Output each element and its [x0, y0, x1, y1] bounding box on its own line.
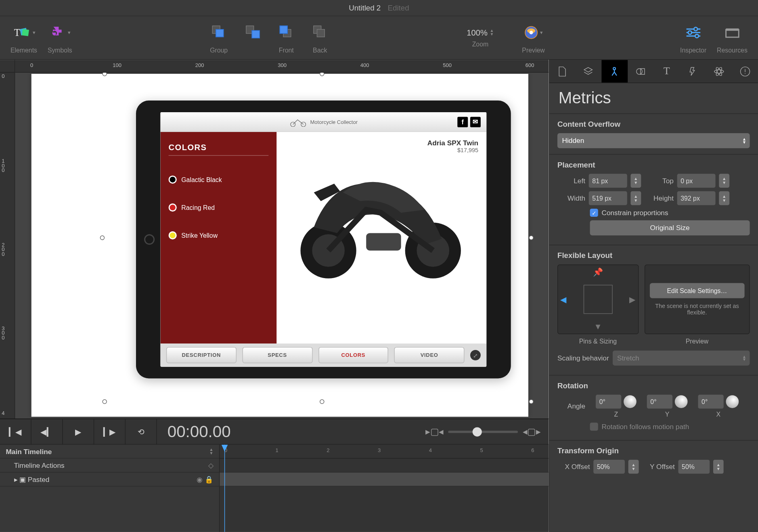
playhead[interactable] — [224, 445, 225, 532]
mail-icon[interactable]: ✉ — [470, 117, 481, 127]
svg-rect-21 — [366, 233, 401, 250]
symbols-tool[interactable]: ▾ Symbols — [48, 22, 72, 54]
zoom-stepper-icon[interactable]: ▲▼ — [490, 29, 494, 36]
pin-top-icon[interactable]: 📌 — [593, 267, 603, 276]
typography-tab[interactable]: T — [653, 60, 680, 82]
timeline-ruler[interactable]: 0 1 2 3 4 5 6 — [220, 445, 549, 459]
go-to-start-button[interactable]: ▎◀ — [0, 419, 31, 444]
selection-handle[interactable] — [100, 235, 105, 240]
rotation-knob[interactable] — [624, 395, 637, 408]
timeline-item-row[interactable]: ▸ ▣ Pasted ◉ 🔒 — [0, 473, 219, 487]
pin-bottom-icon[interactable]: ▼ — [594, 322, 602, 331]
layers-tab[interactable] — [575, 60, 601, 82]
rotation-knob[interactable] — [726, 395, 739, 408]
left-field[interactable] — [589, 174, 627, 188]
inspector-tool[interactable]: Inspector — [680, 22, 706, 54]
front-icon — [274, 22, 298, 43]
selection-handle[interactable] — [102, 399, 107, 404]
ruler-vertical[interactable]: 0 100 200 300 4 — [0, 73, 15, 419]
expand-icon[interactable]: ⤢ — [470, 350, 481, 360]
timeline-element-span[interactable] — [220, 473, 549, 487]
inspector-title: Metrics — [549, 83, 758, 113]
main-timeline-row[interactable]: Main Timeline ▲▼ — [0, 445, 219, 459]
stepper[interactable]: ▲▼ — [719, 191, 729, 205]
flex-preview: Edit Scale Settings… The scene is not cu… — [644, 264, 750, 334]
step-back-button[interactable]: ◀▎ — [31, 419, 63, 444]
angle-x-field[interactable] — [698, 395, 723, 409]
metrics-tab[interactable] — [601, 60, 628, 82]
pins-sizing-control[interactable]: 📌 ◀ ▶ ▼ — [557, 264, 639, 334]
original-size-button[interactable]: Original Size — [590, 220, 750, 235]
zoom-value: 100% — [467, 28, 488, 37]
loop-button[interactable]: ⟲ — [126, 419, 157, 444]
selection-handle[interactable] — [320, 73, 325, 76]
y-offset-field[interactable] — [678, 460, 710, 474]
ruler-horizontal[interactable]: 0 100 200 300 400 500 600 — [15, 60, 549, 73]
height-field[interactable] — [677, 191, 716, 205]
selection-handle[interactable] — [529, 399, 534, 404]
style-tab[interactable] — [628, 60, 654, 82]
lock-icon[interactable]: 🔒 — [205, 475, 214, 483]
diamond-icon[interactable]: ◇ — [208, 461, 214, 469]
facebook-icon[interactable]: f — [457, 117, 468, 127]
resources-tool[interactable]: Resources — [717, 22, 748, 54]
preview-tool[interactable]: ▾ Preview — [522, 22, 545, 54]
stage[interactable]: Motorcycle Collector f ✉ COLOR — [31, 74, 528, 417]
visibility-icon[interactable]: ◉ — [197, 475, 202, 483]
color-option[interactable]: Galactic Black — [169, 176, 269, 184]
stepper[interactable]: ▲▼ — [630, 174, 641, 188]
rotation-knob[interactable] — [675, 395, 688, 408]
placement-panel: Placement Left ▲▼ Top ▲▼ Width ▲▼ Height… — [549, 154, 758, 245]
overflow-select[interactable]: Hidden ▲▼ — [557, 133, 750, 148]
angle-y-field[interactable] — [647, 395, 672, 409]
timeline-zoom-slider[interactable] — [448, 430, 518, 433]
tab-colors[interactable]: COLORS — [318, 347, 388, 363]
elements-tool[interactable]: T ▾ Elements — [10, 22, 37, 54]
actions-tab[interactable] — [680, 60, 706, 82]
constrain-checkbox[interactable]: ✓ — [590, 209, 598, 217]
group-tool[interactable]: Group — [207, 22, 230, 54]
ungroup-tool[interactable] — [241, 22, 264, 54]
timeline-actions-row[interactable]: Timeline Actions ◇ — [0, 459, 219, 473]
document-tab[interactable] — [549, 60, 576, 82]
tab-video[interactable]: VIDEO — [394, 347, 465, 363]
color-option[interactable]: Racing Red — [169, 203, 269, 212]
play-button[interactable]: ▶ — [63, 419, 94, 444]
step-forward-button[interactable]: ▎▶ — [94, 419, 126, 444]
pin-left-icon[interactable]: ◀ — [560, 295, 567, 304]
color-option[interactable]: Strike Yellow — [169, 231, 269, 239]
timeline-select-icon[interactable]: ▲▼ — [209, 448, 213, 455]
selection-handle[interactable] — [320, 399, 325, 404]
preview-label: Preview — [522, 46, 544, 53]
symbols-label: Symbols — [48, 46, 72, 53]
zoom-tool[interactable]: 100% ▲▼ Zoom — [467, 28, 494, 48]
tab-specs[interactable]: SPECS — [242, 347, 312, 363]
chevron-updown-icon: ▲▼ — [742, 355, 746, 361]
zoom-out-icon[interactable]: ▸▢◂ — [425, 426, 444, 437]
x-offset-field[interactable] — [593, 460, 625, 474]
selection-handle[interactable] — [529, 235, 534, 240]
front-tool[interactable]: Front — [274, 22, 298, 54]
top-field[interactable] — [677, 174, 716, 188]
stepper[interactable]: ▲▼ — [628, 460, 639, 474]
stepper[interactable]: ▲▼ — [630, 191, 641, 205]
pin-right-icon[interactable]: ▶ — [629, 295, 636, 304]
color-swatch-icon — [169, 203, 177, 212]
angle-z-field[interactable] — [596, 395, 621, 409]
identity-tab[interactable] — [732, 60, 758, 82]
zoom-in-icon[interactable]: ◂▢▸ — [523, 426, 541, 437]
canvas-viewport[interactable]: Motorcycle Collector f ✉ COLOR — [15, 73, 549, 419]
timeline-track[interactable] — [220, 459, 549, 473]
scaling-select[interactable]: Stretch ▲▼ — [612, 350, 750, 365]
edit-scale-button[interactable]: Edit Scale Settings… — [649, 283, 744, 298]
back-icon — [308, 22, 332, 43]
timeline-tracks[interactable]: 0 1 2 3 4 5 6 — [220, 445, 549, 532]
physics-tab[interactable] — [706, 60, 732, 82]
width-field[interactable] — [589, 191, 627, 205]
tab-description[interactable]: DESCRIPTION — [166, 347, 237, 363]
stepper[interactable]: ▲▼ — [719, 174, 729, 188]
stepper[interactable]: ▲▼ — [713, 460, 724, 474]
selection-handle[interactable] — [102, 73, 107, 76]
back-tool[interactable]: Back — [308, 22, 332, 54]
follows-path-checkbox[interactable] — [590, 423, 598, 431]
